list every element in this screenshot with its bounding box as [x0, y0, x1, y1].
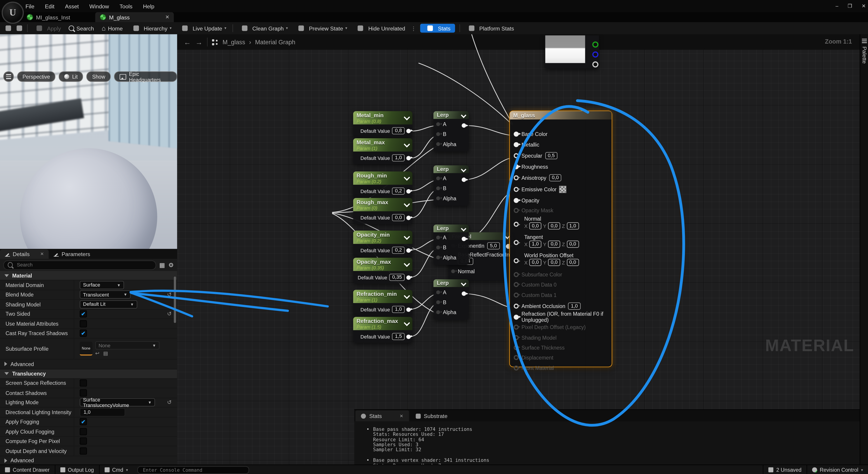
material-input-pin-row[interactable]: Custom Data 0 X Y Z — [514, 280, 608, 289]
pin-icon[interactable] — [514, 314, 519, 319]
subsurface-profile-thumbnail[interactable]: None — [80, 342, 92, 356]
node-header[interactable]: Lerp — [434, 279, 469, 287]
output-pin[interactable] — [406, 334, 411, 339]
pin-icon[interactable] — [514, 164, 519, 169]
node-header[interactable]: Rough_minParam (0.2) — [353, 171, 412, 185]
pin-icon[interactable] — [514, 175, 519, 180]
menu-item[interactable]: Help — [143, 3, 154, 9]
close-button[interactable]: ✕ — [862, 3, 866, 9]
default-value-field[interactable]: 1,0 — [392, 154, 405, 162]
default-value-field[interactable]: 0,2 — [392, 188, 405, 195]
input-pin[interactable] — [451, 269, 455, 273]
node-header[interactable]: Lerp — [434, 111, 469, 119]
menu-item[interactable]: Edit — [45, 3, 55, 9]
details-scrollbar[interactable] — [174, 276, 176, 323]
default-value-field[interactable]: 0,2 — [392, 247, 405, 254]
subsurface-profile-dropdown[interactable]: None▼ — [95, 341, 159, 349]
param-node-metal-min[interactable]: Metal_minParam (0.8) Default Value0,8 — [353, 111, 412, 137]
node-header[interactable]: Refraction_maxParam (1.5) — [353, 317, 412, 330]
clean-graph-button[interactable]: Clean Graph▾ — [235, 22, 291, 34]
material-input-pin-row[interactable]: Front Material X Y Z — [514, 363, 608, 372]
preview-texture-node[interactable] — [545, 35, 599, 69]
pin-icon[interactable] — [514, 187, 519, 192]
lerp-node-metallic[interactable]: Lerp A B Alpha — [434, 111, 469, 151]
param-node-refraction-max[interactable]: Refraction_maxParam (1.5) Default Value1… — [353, 317, 412, 343]
tab-stats[interactable]: Stats ✕ — [355, 410, 409, 421]
default-value-field[interactable]: 0,0 — [392, 214, 405, 221]
material-input-pin-row[interactable]: Pixel Depth Offset (Legacy) X Y Z — [514, 323, 608, 331]
pin-a[interactable] — [436, 290, 440, 294]
output-pin[interactable] — [406, 275, 411, 279]
default-value-field[interactable]: 1,5 — [392, 333, 405, 340]
default-value-field[interactable]: 1,0 — [392, 306, 405, 313]
y-value[interactable]: 0,0 — [548, 222, 560, 230]
use-selected-asset-icon[interactable]: ↩ — [95, 351, 99, 356]
lit-mode-button[interactable]: Lit — [59, 71, 83, 82]
pin-b[interactable] — [436, 245, 440, 249]
section-material[interactable]: Material — [0, 271, 177, 280]
show-button[interactable]: Show — [87, 71, 111, 82]
content-drawer-button[interactable]: Content Drawer — [0, 465, 55, 474]
z-value[interactable]: 0,0 — [567, 240, 579, 248]
material-input-pin-row[interactable]: Custom Data 1 X Y Z — [514, 291, 608, 299]
maximize-button[interactable]: ❒ — [848, 3, 852, 9]
emissive-color-swatch[interactable] — [559, 185, 566, 193]
output-pin[interactable] — [462, 292, 466, 296]
material-input-pin-row[interactable]: Base Color X Y Z — [514, 129, 608, 138]
search-button[interactable]: Search — [65, 22, 98, 34]
material-input-pin-row[interactable]: Ambient Occlusion 1,0 X Y Z — [514, 302, 608, 310]
save-icon[interactable] — [5, 26, 11, 31]
pin-icon[interactable] — [514, 258, 519, 263]
x-value[interactable]: 0,0 — [529, 259, 541, 266]
kebab-menu-icon[interactable]: ⋮ — [411, 25, 416, 31]
hide-unrelated-button[interactable]: Hide Unrelated — [351, 22, 409, 34]
material-input-pin-row[interactable]: Roughness X Y Z — [514, 162, 608, 171]
console-input[interactable] — [142, 467, 245, 473]
palette-sidebar-tab[interactable]: Palette — [860, 34, 868, 465]
output-pin[interactable] — [406, 129, 411, 133]
pin-icon[interactable] — [514, 222, 519, 227]
exponent-field[interactable]: 5,0 — [487, 242, 500, 249]
pin-default-value[interactable]: 0,0 — [549, 174, 561, 181]
output-pin[interactable] — [406, 215, 411, 220]
tab-details[interactable]: Details ✕ — [0, 249, 49, 259]
default-value-field[interactable]: 0,8 — [392, 127, 405, 134]
pin-icon[interactable] — [514, 355, 519, 360]
pin-a[interactable] — [436, 176, 440, 180]
material-input-pin-row[interactable]: Tangent X1,0 Y0,0 Z0,0 — [514, 234, 608, 250]
output-pin[interactable] — [462, 237, 466, 241]
apply-fogging-checkbox[interactable] — [80, 418, 87, 426]
lerp-node-refraction[interactable]: Lerp A B Alpha — [434, 279, 469, 320]
preview-scene-button[interactable]: Epic Headquarters — [114, 71, 177, 82]
live-update-button[interactable]: Live Update▾ — [176, 22, 230, 34]
material-domain-dropdown[interactable]: Surface▼ — [80, 281, 124, 289]
default-value-field[interactable]: 0,35 — [390, 274, 405, 281]
blue-output-pin[interactable] — [592, 52, 598, 58]
close-tab-icon[interactable]: ✕ — [165, 14, 169, 20]
contact-shadows-checkbox[interactable] — [80, 389, 87, 396]
node-header[interactable]: Opacity_maxParam (0.35) — [353, 258, 412, 271]
pin-icon[interactable] — [514, 303, 519, 308]
param-node-rough-min[interactable]: Rough_minParam (0.2) Default Value0,2 — [353, 171, 412, 197]
z-value[interactable]: 0,0 — [567, 259, 579, 266]
use-material-attributes-checkbox[interactable] — [80, 320, 87, 327]
output-depth-and-velocity-checkbox[interactable] — [80, 447, 87, 454]
preview-viewport[interactable]: Perspective Lit Show Epic Headquarters f — [0, 34, 177, 249]
viewport-menu-button[interactable] — [3, 71, 14, 82]
menu-item[interactable]: File — [26, 3, 34, 9]
unreal-logo-icon[interactable]: U — [2, 2, 24, 24]
output-pin[interactable] — [462, 123, 466, 128]
directional-lighting-intensity-field[interactable]: 1,0 — [80, 408, 125, 416]
node-header[interactable]: Refraction_minParam (1) — [353, 290, 412, 303]
hierarchy-button[interactable]: Hierarchy▾ — [127, 22, 176, 34]
material-input-pin-row[interactable]: Anisotropy 0,0 X Y Z — [514, 173, 608, 182]
node-header[interactable]: Metal_minParam (0.8) — [353, 111, 412, 125]
material-input-pin-row[interactable]: Opacity X Y Z — [514, 196, 608, 205]
lerp-node-opacity[interactable]: Lerp A B Alpha — [434, 225, 469, 265]
pin-icon[interactable] — [514, 292, 519, 297]
pin-default-value[interactable]: 0,5 — [545, 152, 557, 159]
material-input-pin-row[interactable]: Refraction (IOR, from Material F0 if Unp… — [514, 312, 608, 321]
material-input-pin-row[interactable]: Normal X0,0 Y0,0 Z1,0 — [514, 216, 608, 232]
green-output-pin[interactable] — [592, 41, 598, 48]
pin-icon[interactable] — [514, 208, 519, 213]
